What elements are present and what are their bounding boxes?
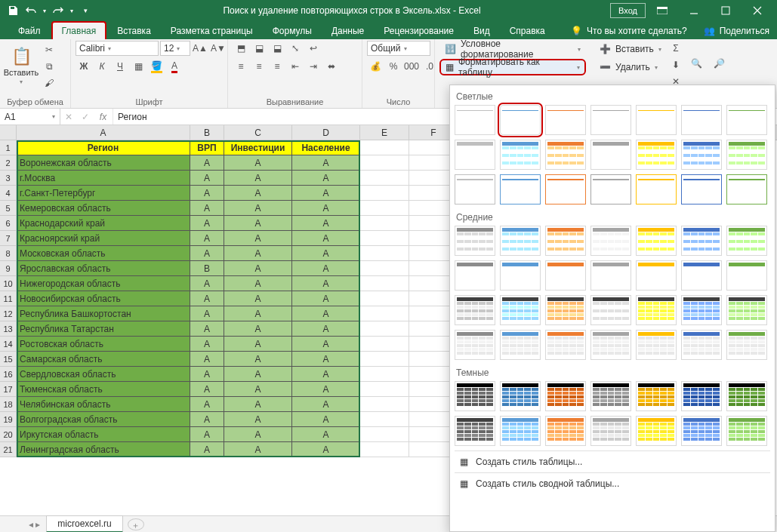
- cell[interactable]: [360, 382, 409, 397]
- table-style-thumb[interactable]: [545, 381, 586, 411]
- table-style-thumb[interactable]: [545, 416, 586, 446]
- cell[interactable]: A: [224, 155, 292, 171]
- cell[interactable]: A: [190, 276, 224, 291]
- table-style-thumb[interactable]: [455, 105, 495, 135]
- cell[interactable]: [360, 171, 409, 186]
- table-style-thumb[interactable]: [636, 416, 677, 446]
- row-header[interactable]: 13: [0, 321, 17, 337]
- fill-color-icon[interactable]: 🪣: [148, 59, 165, 74]
- table-style-thumb[interactable]: [455, 381, 495, 411]
- row-header[interactable]: 11: [0, 291, 17, 306]
- cell[interactable]: [360, 246, 409, 261]
- row-header[interactable]: 19: [0, 412, 17, 427]
- cell[interactable]: Краснодарский край: [17, 216, 190, 231]
- table-style-thumb[interactable]: [545, 105, 586, 135]
- table-style-thumb[interactable]: [681, 140, 722, 170]
- table-style-thumb[interactable]: [455, 295, 495, 325]
- cell[interactable]: [360, 427, 409, 442]
- cell[interactable]: A: [292, 291, 360, 306]
- table-style-thumb[interactable]: [455, 416, 495, 446]
- cell[interactable]: A: [292, 427, 360, 442]
- cell[interactable]: Ростовская область: [17, 337, 190, 352]
- cell[interactable]: A: [224, 352, 292, 367]
- cell[interactable]: Новосибирская область: [17, 291, 190, 306]
- cell[interactable]: [360, 337, 409, 352]
- cell[interactable]: A: [292, 246, 360, 261]
- cell[interactable]: Ленинградская область: [17, 442, 190, 457]
- table-style-thumb[interactable]: [726, 330, 767, 360]
- cell[interactable]: A: [292, 216, 360, 231]
- row-header[interactable]: 4: [0, 186, 17, 201]
- table-style-thumb[interactable]: [590, 330, 631, 360]
- font-size-combo[interactable]: 12: [160, 41, 190, 56]
- tab-insert[interactable]: Вставка: [108, 23, 160, 39]
- align-left-icon[interactable]: ≡: [233, 59, 249, 74]
- format-painter-icon[interactable]: 🖌: [41, 75, 57, 91]
- cell[interactable]: A: [292, 352, 360, 367]
- format-as-table-button[interactable]: ▦Форматировать как таблицу▾: [439, 59, 586, 75]
- cell[interactable]: A: [190, 352, 224, 367]
- cell[interactable]: A: [224, 382, 292, 397]
- align-right-icon[interactable]: ≡: [269, 59, 285, 74]
- ribbon-display-icon[interactable]: [647, 0, 677, 21]
- table-style-thumb[interactable]: [545, 295, 586, 325]
- tab-help[interactable]: Справка: [501, 23, 554, 39]
- table-style-thumb[interactable]: [455, 330, 495, 360]
- table-style-thumb[interactable]: [545, 226, 586, 256]
- cell[interactable]: Нижегородская область: [17, 276, 190, 291]
- paste-button[interactable]: 📋 Вставить ▾: [5, 41, 38, 91]
- cell[interactable]: A: [224, 276, 292, 291]
- select-all-corner[interactable]: [0, 125, 17, 140]
- cell[interactable]: [360, 261, 409, 276]
- cell[interactable]: Ярославская область: [17, 261, 190, 276]
- cell[interactable]: ВРП: [190, 140, 224, 155]
- conditional-formatting-button[interactable]: 🔢Условное форматирование▾: [439, 41, 586, 57]
- qat-customize-icon[interactable]: ▾: [77, 2, 94, 20]
- cell[interactable]: [360, 216, 409, 231]
- cell[interactable]: A: [292, 231, 360, 246]
- cell[interactable]: Республика Татарстан: [17, 321, 190, 337]
- table-style-thumb[interactable]: [590, 260, 631, 291]
- column-header[interactable]: E: [360, 125, 409, 140]
- table-style-thumb[interactable]: [590, 140, 631, 170]
- cell[interactable]: [360, 186, 409, 201]
- table-style-thumb[interactable]: [636, 174, 677, 204]
- italic-button[interactable]: К: [94, 59, 110, 74]
- cut-icon[interactable]: ✂: [41, 42, 57, 57]
- new-table-style[interactable]: ▦Создать стиль таблицы...: [455, 451, 770, 472]
- table-style-thumb[interactable]: [545, 140, 586, 170]
- orientation-icon[interactable]: ⤡: [287, 41, 304, 56]
- undo-icon[interactable]: [23, 2, 39, 20]
- row-header[interactable]: 5: [0, 201, 17, 216]
- table-style-thumb[interactable]: [590, 295, 631, 325]
- decrease-font-icon[interactable]: A▼: [210, 41, 227, 56]
- cell[interactable]: Свердловская область: [17, 367, 190, 382]
- table-style-thumb[interactable]: [636, 295, 677, 325]
- cell[interactable]: A: [190, 427, 224, 442]
- cell[interactable]: A: [190, 171, 224, 186]
- table-style-thumb[interactable]: [590, 381, 631, 411]
- cell[interactable]: A: [224, 397, 292, 412]
- cell[interactable]: Московская область: [17, 246, 190, 261]
- table-style-thumb[interactable]: [636, 260, 677, 291]
- cell[interactable]: [360, 321, 409, 337]
- new-sheet-icon[interactable]: ＋: [128, 518, 144, 530]
- table-style-thumb[interactable]: [726, 226, 767, 256]
- cell[interactable]: [360, 140, 409, 155]
- row-header[interactable]: 6: [0, 216, 17, 231]
- table-style-thumb[interactable]: [455, 174, 495, 204]
- cell[interactable]: A: [292, 201, 360, 216]
- table-style-thumb[interactable]: [726, 416, 767, 446]
- cell[interactable]: A: [292, 382, 360, 397]
- cell[interactable]: A: [190, 382, 224, 397]
- cell[interactable]: [360, 412, 409, 427]
- table-style-thumb[interactable]: [726, 260, 767, 291]
- save-icon[interactable]: [5, 2, 21, 20]
- cell[interactable]: A: [190, 321, 224, 337]
- cell[interactable]: A: [190, 412, 224, 427]
- copy-icon[interactable]: ⧉: [41, 59, 57, 74]
- row-header[interactable]: 15: [0, 352, 17, 367]
- row-header[interactable]: 12: [0, 306, 17, 321]
- cell[interactable]: A: [224, 171, 292, 186]
- minimize-icon[interactable]: [679, 0, 709, 21]
